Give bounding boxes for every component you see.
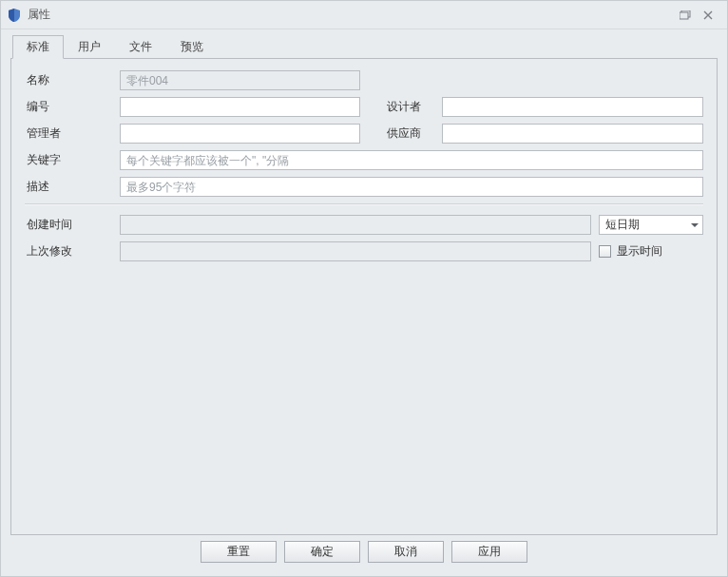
- vendor-field[interactable]: [442, 124, 703, 144]
- created-field: [120, 215, 591, 235]
- label-manager: 管理者: [25, 125, 112, 142]
- close-icon[interactable]: [697, 6, 719, 25]
- checkbox-icon: [599, 245, 611, 258]
- tab-container: 标准 用户 文件 预览 名称 零件004 编号 设计者: [10, 37, 718, 535]
- name-field: 零件004: [120, 70, 360, 90]
- tab-file-label: 文件: [129, 40, 152, 53]
- label-number: 编号: [25, 99, 112, 115]
- tab-file[interactable]: 文件: [115, 35, 166, 58]
- titlebar: 属性: [1, 1, 727, 29]
- tab-standard-label: 标准: [27, 40, 49, 53]
- date-format-value: 短日期: [605, 217, 640, 233]
- restore-icon[interactable]: [674, 6, 697, 25]
- manager-field[interactable]: [120, 124, 360, 144]
- standard-form: 名称 零件004 编号 设计者 管理者 供应商: [25, 70, 703, 261]
- lastmodified-field: [120, 241, 591, 261]
- client-area: 标准 用户 文件 预览 名称 零件004 编号 设计者: [1, 29, 727, 576]
- separator: [25, 203, 703, 205]
- app-icon: [7, 8, 22, 23]
- cancel-button[interactable]: 取消: [368, 541, 444, 563]
- tab-preview[interactable]: 预览: [166, 35, 218, 58]
- tab-preview-label: 预览: [181, 40, 203, 53]
- tabstrip: 标准 用户 文件 预览: [12, 37, 718, 58]
- label-vendor: 供应商: [368, 125, 434, 142]
- number-field[interactable]: [120, 97, 360, 117]
- show-time-checkbox[interactable]: 显示时间: [599, 243, 662, 260]
- designer-field[interactable]: [442, 97, 703, 117]
- date-format-select[interactable]: 短日期: [599, 215, 703, 235]
- reset-button[interactable]: 重置: [201, 541, 277, 563]
- svg-rect-1: [680, 12, 688, 19]
- description-field[interactable]: [120, 177, 703, 197]
- properties-dialog: 属性 标准 用户 文件 预览 名称: [0, 0, 728, 577]
- label-designer: 设计者: [368, 99, 434, 115]
- window-title: 属性: [28, 7, 674, 23]
- label-description: 描述: [25, 179, 112, 195]
- keywords-field[interactable]: [120, 150, 703, 170]
- apply-button[interactable]: 应用: [451, 541, 527, 563]
- tab-panel-standard: 名称 零件004 编号 设计者 管理者 供应商: [10, 58, 718, 535]
- label-created: 创建时间: [25, 217, 112, 233]
- tab-standard[interactable]: 标准: [12, 35, 64, 59]
- label-keywords: 关键字: [25, 152, 112, 168]
- show-time-label: 显示时间: [617, 243, 662, 260]
- tab-user[interactable]: 用户: [64, 35, 115, 58]
- button-bar: 重置 确定 取消 应用: [10, 535, 718, 570]
- tab-user-label: 用户: [78, 40, 101, 53]
- label-name: 名称: [25, 72, 112, 88]
- label-lastmodified: 上次修改: [25, 243, 112, 260]
- chevron-down-icon: [691, 223, 699, 227]
- ok-button[interactable]: 确定: [284, 541, 360, 563]
